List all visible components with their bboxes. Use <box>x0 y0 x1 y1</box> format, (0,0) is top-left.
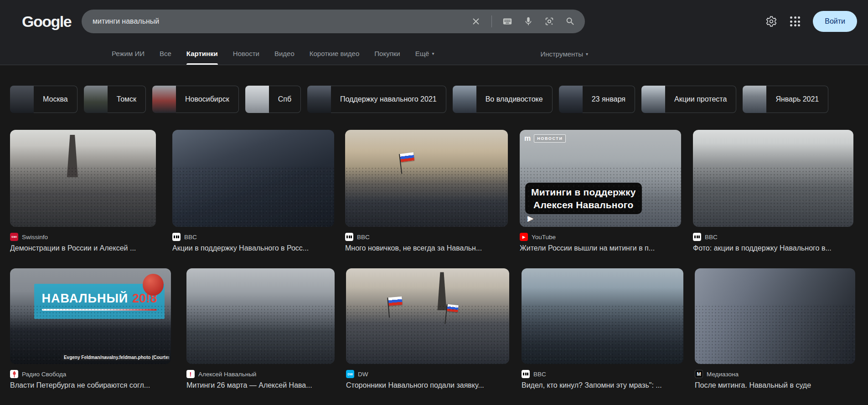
result-image[interactable] <box>172 130 334 227</box>
chip-yanvar-2021[interactable]: Январь 2021 <box>743 86 828 113</box>
video-caption: Митинги в поддержку Алексея Навального <box>525 183 642 214</box>
result-title[interactable]: Сторонники Навального подали заявку... <box>346 381 509 390</box>
meduza-news-badge: m НОВОСТИ <box>524 134 566 143</box>
video-result[interactable]: m НОВОСТИ Митинги в поддержку Алексея На… <box>520 130 681 252</box>
chip-label: Поддержку навального 2021 <box>331 86 446 113</box>
source-row[interactable]: M Медиазона <box>695 370 855 378</box>
chip-23-yanvarya[interactable]: 23 января <box>559 86 635 113</box>
result-image[interactable] <box>693 130 853 227</box>
result-image[interactable] <box>522 268 683 364</box>
play-icon: ▶ <box>527 214 533 223</box>
chip-spb[interactable]: Спб <box>245 86 301 113</box>
tools-label: Инструменты <box>540 50 583 58</box>
source-row[interactable]: DW DW <box>346 370 509 378</box>
chip-podderzhku-2021[interactable]: Поддержку навального 2021 <box>307 86 446 113</box>
apps-grid-icon[interactable] <box>789 15 801 27</box>
image-result[interactable]: SWI Swissinfo Демонстрации в России и Ал… <box>10 130 156 252</box>
gear-icon[interactable] <box>765 15 777 27</box>
chip-thumbnail <box>307 86 331 113</box>
microphone-icon[interactable] <box>523 16 534 27</box>
tab-more[interactable]: Ещё ▾ <box>415 43 434 65</box>
result-title[interactable]: Жители России вышли на митинги в п... <box>520 244 681 252</box>
source-row[interactable]: BBC <box>172 233 334 241</box>
source-name: DW <box>358 371 368 378</box>
google-logo[interactable]: Google <box>22 13 71 31</box>
header-actions: Войти <box>765 11 857 32</box>
tab-shopping[interactable]: Покупки <box>374 43 400 65</box>
search-bar[interactable] <box>82 10 585 33</box>
radio-svoboda-favicon <box>10 370 18 378</box>
tab-news[interactable]: Новости <box>233 43 259 65</box>
tab-short-videos[interactable]: Короткие видео <box>310 43 360 65</box>
source-row[interactable]: BBC <box>522 370 683 378</box>
result-image[interactable] <box>346 268 509 364</box>
result-title[interactable]: Демонстрации в России и Алексей ... <box>10 244 156 252</box>
chip-label: 23 января <box>583 86 635 113</box>
mediazona-favicon: M <box>695 370 703 378</box>
source-row[interactable]: SWI Swissinfo <box>10 233 156 241</box>
youtube-favicon: ▶ <box>520 233 528 241</box>
top-bar: Google <box>0 0 868 65</box>
source-name: Алексей Навальный <box>198 371 256 378</box>
clear-icon[interactable] <box>470 16 481 27</box>
source-row[interactable]: Радио Свобода <box>10 370 171 378</box>
search-input[interactable] <box>93 17 470 26</box>
result-title[interactable]: Видел, кто кинул? Запомни эту мразь": ..… <box>522 381 683 390</box>
chevron-down-icon: ▾ <box>432 43 434 64</box>
chip-label: Новосибирск <box>176 86 239 113</box>
result-title[interactable]: Много новичков, не всегда за Навальн... <box>345 244 508 252</box>
result-title[interactable]: Акции в поддержку Навального в Росс... <box>172 244 334 252</box>
news-badge-label: НОВОСТИ <box>534 134 566 143</box>
chip-moskva[interactable]: Москва <box>10 86 78 113</box>
result-image[interactable] <box>10 130 156 227</box>
result-image[interactable]: m НОВОСТИ Митинги в поддержку Алексея На… <box>520 130 681 227</box>
related-search-chips: Москва Томск Новосибирск Спб Поддержку н… <box>0 65 868 113</box>
tab-images[interactable]: Картинки <box>186 43 218 65</box>
lens-camera-icon[interactable] <box>544 16 555 27</box>
search-icon[interactable] <box>565 16 576 27</box>
image-result[interactable]: BBC Акции в поддержку Навального в Росс.… <box>172 130 334 252</box>
bbc-favicon <box>172 233 181 241</box>
photo-watermark: Evgeny Feldman/navalny.feldman.photo (Co… <box>62 354 170 361</box>
result-type-tabs: Режим ИИ Все Картинки Новости Видео Коро… <box>0 43 868 65</box>
image-result[interactable]: ! Алексей Навальный Митинги 26 марта — А… <box>186 268 335 390</box>
image-result[interactable]: BBC Видел, кто кинул? Запомни эту мразь"… <box>522 268 683 390</box>
source-row[interactable]: BBC <box>345 233 508 241</box>
chip-thumbnail <box>743 86 766 113</box>
image-result[interactable]: DW DW Сторонники Навального подали заявк… <box>346 268 509 390</box>
tab-all[interactable]: Все <box>160 43 171 65</box>
image-result[interactable]: НАВАЛЬНЫЙ20!8 Evgeny Feldman/navalny.fel… <box>10 268 171 390</box>
source-row[interactable]: ▶ YouTube <box>520 233 681 241</box>
result-image[interactable] <box>695 268 855 364</box>
result-title[interactable]: Фото: акции в поддержку Навального в... <box>693 244 853 252</box>
swissinfo-favicon: SWI <box>10 233 18 241</box>
chip-vladivostok[interactable]: Во владивостоке <box>453 86 553 113</box>
chip-novosibirsk[interactable]: Новосибирск <box>152 86 239 113</box>
red-balloon <box>143 274 164 296</box>
chip-tomsk[interactable]: Томск <box>84 86 146 113</box>
source-name: BBC <box>533 371 546 378</box>
search-bar-icons <box>470 15 576 27</box>
image-result[interactable]: BBC Много новичков, не всегда за Навальн… <box>345 130 508 252</box>
chip-akcii-protesta[interactable]: Акции протеста <box>641 86 736 113</box>
chip-label: Январь 2021 <box>766 86 828 113</box>
image-result[interactable]: M Медиазона После митинга. Навальный в с… <box>695 268 855 390</box>
result-title[interactable]: Митинги 26 марта — Алексей Нава... <box>186 381 335 390</box>
results-row-1: SWI Swissinfo Демонстрации в России и Ал… <box>0 130 868 252</box>
source-row[interactable]: ! Алексей Навальный <box>186 370 335 378</box>
sign-in-button[interactable]: Войти <box>813 11 857 32</box>
source-name: BBC <box>357 234 370 241</box>
result-title[interactable]: После митинга. Навальный в суде <box>695 381 855 390</box>
chip-thumbnail <box>152 86 176 113</box>
result-image[interactable]: НАВАЛЬНЫЙ20!8 Evgeny Feldman/navalny.fel… <box>10 268 171 364</box>
navalny-favicon: ! <box>186 370 195 378</box>
source-row[interactable]: BBC <box>693 233 853 241</box>
keyboard-icon[interactable] <box>502 16 513 27</box>
tab-videos[interactable]: Видео <box>274 43 294 65</box>
tools-menu[interactable]: Инструменты ▾ <box>540 50 588 58</box>
result-image[interactable] <box>345 130 508 227</box>
result-image[interactable] <box>186 268 335 364</box>
result-title[interactable]: Власти Петербурга не собираются согл... <box>10 381 171 390</box>
image-result[interactable]: BBC Фото: акции в поддержку Навального в… <box>693 130 853 252</box>
tab-ai-mode[interactable]: Режим ИИ <box>112 43 145 65</box>
